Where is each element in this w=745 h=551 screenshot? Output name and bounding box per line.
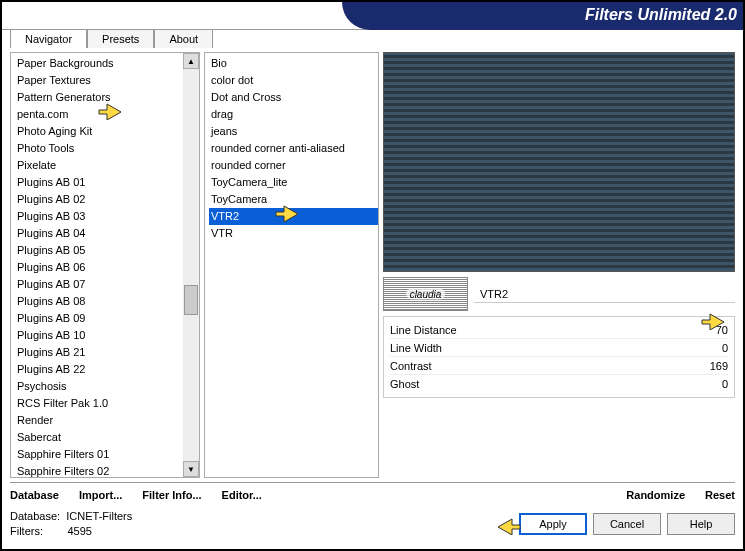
filter-item[interactable]: rounded corner [209,157,378,174]
param-value: 169 [710,357,728,374]
scrollbar[interactable]: ▲ ▼ [183,53,199,477]
category-item[interactable]: Plugins AB 02 [15,191,183,208]
category-item[interactable]: Sabercat [15,429,183,446]
filter-info-button[interactable]: Filter Info... [142,489,201,501]
tab-presets[interactable]: Presets [87,29,154,48]
scroll-down-icon[interactable]: ▼ [183,461,199,477]
category-item[interactable]: Plugins AB 06 [15,259,183,276]
category-item[interactable]: Paper Backgrounds [15,55,183,72]
param-row[interactable]: Contrast169 [390,357,728,375]
category-item[interactable]: Plugins AB 05 [15,242,183,259]
tab-about[interactable]: About [154,29,213,48]
status-info: Database: ICNET-Filters Filters: 4595 [10,509,132,539]
category-item[interactable]: Render [15,412,183,429]
filter-title: VTR2 [474,285,735,303]
filter-item[interactable]: ToyCamera_lite [209,174,378,191]
category-item[interactable]: Plugins AB 22 [15,361,183,378]
param-label: Contrast [390,357,432,374]
filter-item[interactable]: Bio [209,55,378,72]
category-item[interactable]: Plugins AB 08 [15,293,183,310]
category-item[interactable]: Plugins AB 07 [15,276,183,293]
category-item[interactable]: Paper Textures [15,72,183,89]
filter-item[interactable]: VTR2 [209,208,378,225]
scroll-thumb[interactable] [184,285,198,315]
reset-button[interactable]: Reset [705,489,735,501]
app-title: Filters Unlimited 2.0 [585,6,737,24]
param-row[interactable]: Line Distance70 [390,321,728,339]
tab-navigator[interactable]: Navigator [10,29,87,48]
filter-logo: claudia [383,277,468,311]
randomize-button[interactable]: Randomize [626,489,685,501]
category-item[interactable]: Photo Tools [15,140,183,157]
param-row[interactable]: Line Width0 [390,339,728,357]
filter-item[interactable]: VTR [209,225,378,242]
database-button[interactable]: Database [10,489,59,501]
category-item[interactable]: Photo Aging Kit [15,123,183,140]
category-item[interactable]: penta.com [15,106,183,123]
filter-list: Biocolor dotDot and Crossdragjeansrounde… [204,52,379,478]
filter-item[interactable]: rounded corner anti-aliased [209,140,378,157]
import-button[interactable]: Import... [79,489,122,501]
filter-item[interactable]: Dot and Cross [209,89,378,106]
editor-button[interactable]: Editor... [222,489,262,501]
apply-button[interactable]: Apply [519,513,587,535]
param-label: Ghost [390,375,419,393]
category-item[interactable]: Sapphire Filters 01 [15,446,183,463]
category-item[interactable]: Pixelate [15,157,183,174]
cancel-button[interactable]: Cancel [593,513,661,535]
category-item[interactable]: Plugins AB 01 [15,174,183,191]
param-label: Line Distance [390,321,457,338]
category-item[interactable]: Plugins AB 04 [15,225,183,242]
category-item[interactable]: Plugins AB 10 [15,327,183,344]
tab-strip: Navigator Presets About [2,29,743,48]
category-list: Paper BackgroundsPaper TexturesPattern G… [10,52,200,478]
title-bar: Filters Unlimited 2.0 [2,2,743,30]
param-row[interactable]: Ghost0 [390,375,728,393]
param-value: 0 [722,339,728,356]
category-item[interactable]: Pattern Generators [15,89,183,106]
filter-item[interactable]: ToyCamera [209,191,378,208]
filter-item[interactable]: drag [209,106,378,123]
parameter-panel: Line Distance70Line Width0Contrast169Gho… [383,316,735,398]
filter-item[interactable]: color dot [209,72,378,89]
category-item[interactable]: Plugins AB 09 [15,310,183,327]
category-item[interactable]: Psychosis [15,378,183,395]
param-value: 0 [722,375,728,393]
category-item[interactable]: Sapphire Filters 02 [15,463,183,477]
help-button[interactable]: Help [667,513,735,535]
category-item[interactable]: RCS Filter Pak 1.0 [15,395,183,412]
preview-panel [383,52,735,272]
category-item[interactable]: Plugins AB 21 [15,344,183,361]
category-item[interactable]: Plugins AB 03 [15,208,183,225]
filter-item[interactable]: jeans [209,123,378,140]
param-label: Line Width [390,339,442,356]
scroll-up-icon[interactable]: ▲ [183,53,199,69]
param-value: 70 [716,321,728,338]
bottom-toolbar: Database Import... Filter Info... Editor… [10,482,735,501]
